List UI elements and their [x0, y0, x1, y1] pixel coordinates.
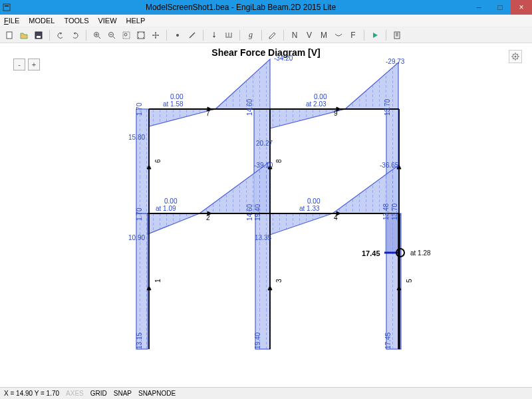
- shear-diagram-svg: [0, 43, 532, 386]
- separator: [283, 30, 284, 41]
- element-number: 1: [154, 279, 162, 283]
- column-label: 14.60: [246, 99, 253, 116]
- beam-at-label: at 1.09: [156, 205, 176, 212]
- element-number: 8: [275, 159, 283, 163]
- close-button[interactable]: ×: [511, 0, 532, 15]
- element-number: 6: [154, 159, 162, 163]
- app-icon: [0, 3, 13, 11]
- separator: [239, 30, 240, 41]
- pan-icon[interactable]: [149, 29, 162, 42]
- axial-n-button[interactable]: N: [288, 29, 301, 42]
- zoom-window-icon[interactable]: [120, 29, 133, 42]
- status-snap[interactable]: SNAP: [114, 390, 132, 397]
- beam-zero-label: 0.00: [164, 198, 177, 205]
- menu-model[interactable]: MODEL: [29, 17, 55, 25]
- new-file-icon[interactable]: [3, 29, 16, 42]
- moment-m-button[interactable]: M: [317, 29, 331, 42]
- menubar: FILE MODEL TOOLS VIEW HELP: [0, 15, 532, 27]
- svg-rect-12: [123, 32, 130, 39]
- separator: [386, 30, 386, 41]
- cursor-marker: [396, 248, 405, 257]
- shear-v-button[interactable]: V: [303, 29, 316, 42]
- peak-label: -34.20: [274, 55, 293, 62]
- zoom-in-icon[interactable]: [90, 29, 104, 42]
- element-number: 7: [206, 110, 210, 117]
- column-label: 20.27: [256, 140, 273, 147]
- element-number: 2: [206, 214, 210, 221]
- column-label: 13.15: [136, 332, 143, 349]
- svg-line-10: [113, 37, 115, 39]
- column-label: 15.80: [128, 134, 145, 141]
- separator: [49, 30, 50, 41]
- minimize-button[interactable]: –: [468, 0, 489, 15]
- separator: [166, 30, 167, 41]
- column-label: 13.35: [255, 234, 271, 241]
- beam-at-label: at 1.33: [299, 205, 320, 212]
- titlebar: ModelScreenShot1.bea - EngiLab Beam.2D 2…: [0, 0, 532, 15]
- column-label: 14.60: [246, 204, 253, 221]
- column-label: 13.70: [384, 99, 391, 116]
- zoom-extents-icon[interactable]: [134, 29, 148, 42]
- column-label: -36.65: [380, 162, 398, 169]
- element-number: 9: [334, 110, 338, 117]
- beam-zero-label: 0.00: [314, 93, 327, 100]
- zoom-out-icon[interactable]: [105, 29, 118, 42]
- pencil-icon[interactable]: [266, 29, 279, 42]
- element-tool-icon[interactable]: [186, 29, 199, 42]
- statusbar: X = 14.90 Y = 1.70 AXES GRID SNAP SNAPNO…: [0, 387, 532, 399]
- element-number: 3: [275, 279, 283, 283]
- status-grid[interactable]: GRID: [90, 390, 107, 397]
- cursor-value: 17.45: [362, 249, 380, 257]
- deflection-icon[interactable]: [332, 29, 345, 42]
- maximize-button[interactable]: □: [489, 0, 511, 15]
- svg-point-15: [176, 34, 179, 37]
- svg-point-13: [124, 33, 127, 36]
- column-label: 19.40: [254, 204, 261, 221]
- svg-line-16: [190, 33, 195, 38]
- svg-rect-0: [3, 4, 10, 11]
- status-snapnode[interactable]: SNAPNODE: [138, 390, 176, 397]
- window-title: ModelScreenShot1.bea - EngiLab Beam.2D 2…: [13, 3, 468, 12]
- column-label: 13.70: [391, 203, 398, 220]
- svg-rect-1: [5, 5, 9, 7]
- open-folder-icon[interactable]: [17, 29, 31, 42]
- cursor-at: at 1.28: [410, 249, 431, 257]
- column-label: 1.70: [136, 103, 143, 116]
- report-icon[interactable]: [390, 29, 404, 42]
- peak-label: -29.73: [386, 58, 404, 65]
- element-number: 5: [406, 279, 413, 283]
- load-down-icon[interactable]: [207, 29, 221, 42]
- column-label: 13.48: [382, 203, 390, 220]
- separator: [364, 30, 364, 41]
- undo-icon[interactable]: [54, 29, 67, 42]
- column-label: 17.45: [384, 332, 392, 349]
- gravity-icon[interactable]: g: [244, 29, 257, 42]
- column-label: -39.10: [254, 162, 273, 169]
- menu-view[interactable]: VIEW: [98, 17, 116, 25]
- beam-at-label: at 1.58: [163, 100, 184, 108]
- separator: [203, 30, 203, 41]
- svg-line-6: [98, 37, 100, 39]
- menu-file[interactable]: FILE: [4, 17, 19, 25]
- svg-rect-4: [37, 36, 41, 38]
- toolbar: g N V M F: [0, 27, 532, 43]
- beam-at-label: at 2.03: [306, 100, 327, 108]
- menu-tools[interactable]: TOOLS: [64, 17, 88, 25]
- diagram-canvas[interactable]: Shear Force Diagram [V] - +: [0, 43, 532, 386]
- status-coords: X = 14.90 Y = 1.70: [4, 390, 59, 397]
- separator: [86, 30, 86, 41]
- save-icon[interactable]: [32, 29, 45, 42]
- svg-rect-2: [7, 32, 12, 39]
- column-label: 19.40: [254, 332, 261, 349]
- element-number: 4: [334, 214, 338, 221]
- force-f-button[interactable]: F: [346, 29, 360, 42]
- run-analysis-icon[interactable]: [368, 29, 382, 42]
- svg-rect-54: [136, 109, 149, 213]
- redo-icon[interactable]: [68, 29, 82, 42]
- status-axes[interactable]: AXES: [66, 390, 84, 397]
- menu-help[interactable]: HELP: [126, 17, 146, 25]
- beam-zero-label: 0.00: [307, 198, 320, 205]
- distributed-load-icon[interactable]: [222, 29, 235, 42]
- beam-zero-label: 0.00: [170, 93, 183, 100]
- node-tool-icon[interactable]: [171, 29, 184, 42]
